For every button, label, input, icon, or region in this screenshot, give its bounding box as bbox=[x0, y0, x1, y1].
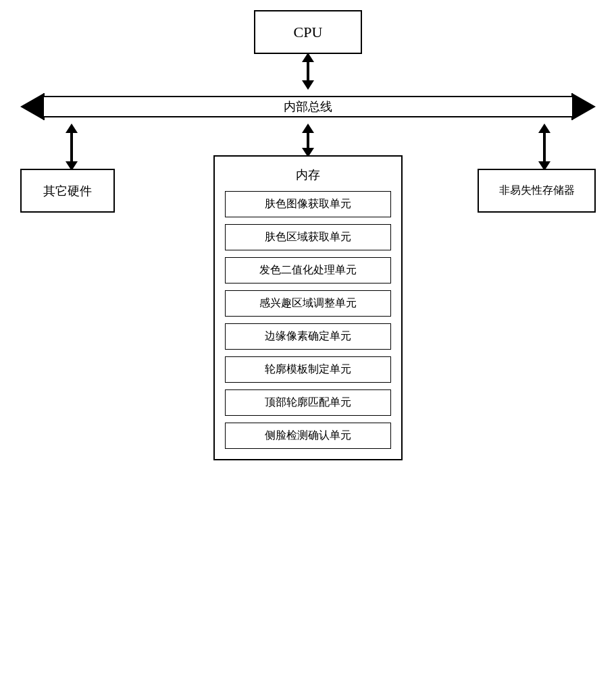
cpu-label: CPU bbox=[294, 24, 323, 41]
svg-rect-1 bbox=[307, 61, 309, 81]
nonvolatile-box: 非易失性存储器 bbox=[478, 169, 596, 213]
cpu-to-bus-arrow bbox=[301, 53, 315, 90]
bus-arrow: 内部总线 bbox=[20, 90, 596, 124]
unit-6: 轮廓模板制定单元 bbox=[225, 356, 391, 383]
bus-label: 内部总线 bbox=[278, 99, 338, 115]
svg-rect-12 bbox=[70, 132, 73, 162]
left-v-arrow bbox=[64, 124, 79, 171]
svg-marker-5 bbox=[20, 93, 44, 120]
svg-marker-11 bbox=[66, 124, 78, 133]
unit-4: 感兴趣区域调整单元 bbox=[225, 290, 391, 317]
diagram: CPU 内部总线 bbox=[0, 0, 616, 675]
center-v-arrow bbox=[301, 124, 315, 157]
unit-7: 顶部轮廓匹配单元 bbox=[225, 389, 391, 416]
bus-container: 内部总线 bbox=[20, 88, 596, 125]
right-v-arrow bbox=[537, 124, 552, 171]
svg-marker-17 bbox=[538, 124, 550, 133]
svg-rect-18 bbox=[543, 132, 546, 162]
hardware-label: 其它硬件 bbox=[43, 183, 92, 199]
svg-rect-15 bbox=[307, 132, 309, 148]
memory-box: 内存 肤色图像获取单元 肤色区域获取单元 发色二值化处理单元 感兴趣区域调整单元… bbox=[213, 155, 403, 460]
cpu-box: CPU bbox=[254, 10, 362, 54]
hardware-box: 其它硬件 bbox=[20, 169, 115, 213]
svg-marker-0 bbox=[302, 53, 314, 62]
memory-title: 内存 bbox=[225, 167, 391, 183]
unit-3: 发色二值化处理单元 bbox=[225, 257, 391, 284]
svg-marker-6 bbox=[572, 93, 596, 120]
unit-1: 肤色图像获取单元 bbox=[225, 191, 391, 217]
svg-marker-14 bbox=[302, 124, 314, 133]
nonvolatile-label: 非易失性存储器 bbox=[499, 183, 575, 198]
unit-5: 边缘像素确定单元 bbox=[225, 323, 391, 350]
unit-8: 侧脸检测确认单元 bbox=[225, 423, 391, 449]
unit-2: 肤色区域获取单元 bbox=[225, 224, 391, 250]
